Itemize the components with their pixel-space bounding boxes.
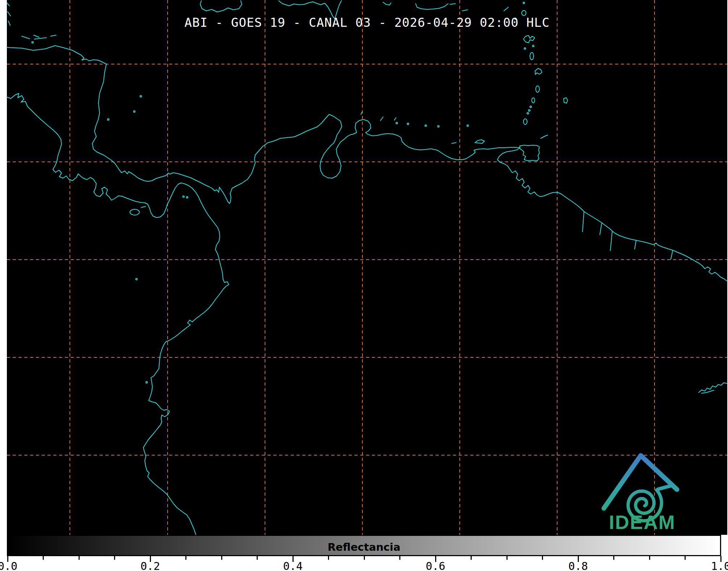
colorbar-minor-tick [542,556,543,560]
colorbar-tick-label: 0.6 [426,560,445,571]
colorbar-minor-tick [114,556,115,560]
colorbar-minor-tick [649,556,650,560]
colorbar-minor-tick [221,556,222,560]
colorbar-minor-tick [79,556,80,560]
colorbar-minor-tick [328,556,329,560]
colorbar-tick-label: 0.0 [0,560,17,571]
colorbar-minor-tick [685,556,686,560]
map-canvas: IDEAM [0,0,728,571]
colorbar-minor-tick [471,556,472,560]
colorbar-minor-tick [613,556,614,560]
colorbar-minor-tick [399,556,400,560]
ideam-logo-text: IDEAM [609,511,676,533]
colorbar-gradient: Reflectancia [7,535,721,556]
colorbar-minor-tick [257,556,258,560]
colorbar-minor-tick [506,556,508,560]
colorbar-tick-label: 0.8 [568,560,588,571]
colorbar-minor-tick [43,556,44,560]
colorbar-minor-tick [185,556,186,560]
colorbar-label: Reflectancia [8,541,720,553]
colorbar-tick-label: 0.2 [140,560,160,571]
satellite-image-figure: IDEAM ABI - GOES 19 - CANAL 03 - 2026-04… [0,0,728,571]
colorbar-tick-label: 1.0 [711,560,728,571]
map-title: ABI - GOES 19 - CANAL 03 - 2026-04-29 02… [7,15,727,30]
colorbar-minor-tick [364,556,365,560]
map-background [7,0,727,535]
colorbar-tick-label: 0.4 [283,560,303,571]
